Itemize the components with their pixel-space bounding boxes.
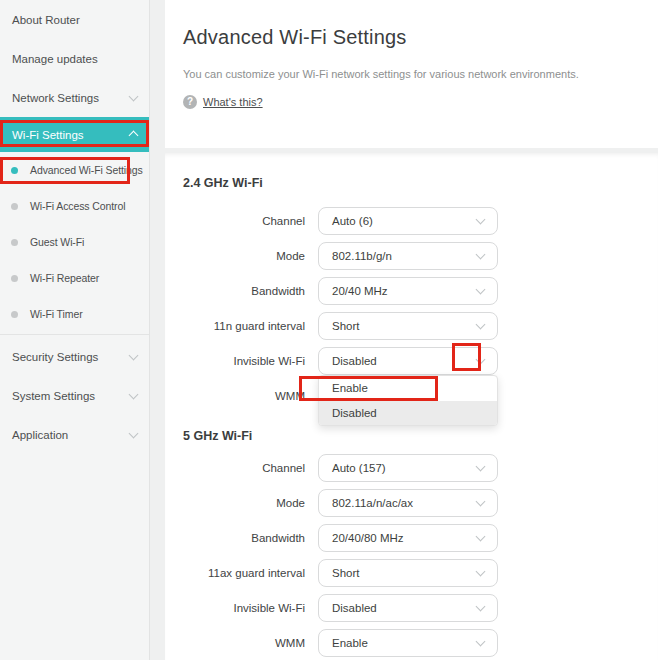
page-title: Advanced Wi-Fi Settings — [183, 26, 658, 49]
sidebar-item-wi-fi-repeater[interactable]: Wi-Fi Repeater — [0, 260, 149, 296]
sidebar-item-wi-fi-timer[interactable]: Wi-Fi Timer — [0, 296, 149, 332]
field-label: Bandwidth — [183, 277, 305, 305]
select-value: Short — [332, 313, 360, 339]
chevron-down-icon — [476, 285, 485, 294]
form-row: Bandwidth 20/40/80 MHz — [183, 524, 658, 559]
chevron-down-icon — [476, 637, 485, 646]
sidebar-item-security-settings[interactable]: Security Settings — [0, 337, 149, 376]
bullet-icon — [11, 239, 18, 246]
select-mode[interactable]: 802.11a/n/ac/ax — [318, 489, 498, 517]
chevron-down-icon — [129, 390, 138, 399]
chevron-down-icon — [476, 355, 485, 364]
page-description: You can customize your Wi-Fi network set… — [183, 68, 658, 80]
form-row: Invisible Wi-Fi Disabled — [183, 594, 658, 629]
chevron-down-icon — [476, 497, 485, 506]
select-11n-guard-interval[interactable]: Short — [318, 312, 498, 340]
sidebar-divider — [0, 334, 149, 335]
form-row: Mode 802.11b/g/n — [183, 242, 658, 277]
bullet-icon — [11, 203, 18, 210]
chevron-down-icon — [129, 92, 138, 101]
sidebar: About Router Manage updates Network Sett… — [0, 0, 150, 660]
chevron-down-icon — [476, 320, 485, 329]
sidebar-item-label: System Settings — [12, 390, 95, 402]
form-row: 11n guard interval Short — [183, 312, 658, 347]
select-11ax-guard-interval[interactable]: Short — [318, 559, 498, 587]
select-value: Auto (6) — [332, 208, 373, 234]
select-value: 802.11a/n/ac/ax — [332, 490, 413, 516]
sidebar-item-wi-fi-access-control[interactable]: Wi-Fi Access Control — [0, 188, 149, 224]
select-mode[interactable]: 802.11b/g/n — [318, 242, 498, 270]
field-label: Invisible Wi-Fi — [183, 594, 305, 622]
sidebar-item-label: Security Settings — [12, 351, 98, 363]
help-link-label: What's this? — [203, 96, 263, 108]
select-value: Short — [332, 560, 360, 586]
form-row: Channel Auto (157) — [183, 454, 658, 489]
form-row: Invisible Wi-Fi Disabled EnableDisabled — [183, 347, 658, 382]
sidebar-item-network-settings[interactable]: Network Settings — [0, 78, 149, 117]
sidebar-item-label: About Router — [12, 14, 80, 26]
chevron-down-icon — [476, 602, 485, 611]
section-rows: Channel Auto (6) Mode 802.11b/g/n Bandwi… — [183, 207, 658, 417]
help-link[interactable]: ? What's this? — [183, 95, 263, 109]
dropdown-option-enable[interactable]: Enable — [319, 376, 497, 401]
sidebar-item-label: Wi-Fi Timer — [30, 308, 83, 320]
section-title: 2.4 GHz Wi-Fi — [183, 175, 658, 191]
form-row: Bandwidth 20/40 MHz — [183, 277, 658, 312]
dropdown-option-disabled[interactable]: Disabled — [319, 401, 497, 425]
select-channel[interactable]: Auto (6) — [318, 207, 498, 235]
sidebar-item-system-settings[interactable]: System Settings — [0, 376, 149, 415]
form-row: 11ax guard interval Short — [183, 559, 658, 594]
select-value: 20/40/80 MHz — [332, 525, 404, 551]
chevron-down-icon — [476, 462, 485, 471]
sidebar-item-guest-wi-fi[interactable]: Guest Wi-Fi — [0, 224, 149, 260]
select-value: Auto (157) — [332, 455, 386, 481]
sidebar-item-label: Manage updates — [12, 53, 98, 65]
field-label: Channel — [183, 454, 305, 482]
form-row: Channel Auto (6) — [183, 207, 658, 242]
select-value: 802.11b/g/n — [332, 243, 392, 269]
field-label: 11n guard interval — [183, 312, 305, 340]
field-label: Mode — [183, 489, 305, 517]
select-channel[interactable]: Auto (157) — [318, 454, 498, 482]
chevron-down-icon — [476, 250, 485, 259]
page-header: Advanced Wi-Fi Settings You can customiz… — [165, 0, 658, 148]
select-invisible-wi-fi[interactable]: Disabled — [318, 594, 498, 622]
form-row: WMM Enable — [183, 629, 658, 660]
select-bandwidth[interactable]: 20/40 MHz — [318, 277, 498, 305]
select-value: Disabled — [332, 348, 377, 374]
section-2-4-ghz-wi-fi: 2.4 GHz Wi-Fi Channel Auto (6) Mode 802.… — [183, 153, 658, 417]
field-label: Invisible Wi-Fi — [183, 347, 305, 375]
sidebar-item-label: Advanced Wi-Fi Settings — [30, 164, 143, 176]
sidebar-item-wi-fi-settings[interactable]: Wi-Fi Settings — [0, 117, 149, 152]
field-label: Mode — [183, 242, 305, 270]
settings-panel: 2.4 GHz Wi-Fi Channel Auto (6) Mode 802.… — [165, 153, 658, 660]
select-wmm[interactable]: Enable — [318, 629, 498, 657]
page: About Router Manage updates Network Sett… — [0, 0, 658, 660]
chevron-down-icon — [476, 215, 485, 224]
field-label: WMM — [183, 629, 305, 657]
section-5-ghz-wi-fi: 5 GHz Wi-Fi Channel Auto (157) Mode 802.… — [183, 428, 658, 660]
question-icon: ? — [183, 95, 197, 109]
sidebar-item-label: Application — [12, 429, 68, 441]
select-invisible-wi-fi[interactable]: Disabled — [318, 347, 498, 375]
select-value: Enable — [332, 630, 368, 656]
field-label: 11ax guard interval — [183, 559, 305, 587]
sidebar-item-application[interactable]: Application — [0, 415, 149, 454]
form-row: Mode 802.11a/n/ac/ax — [183, 489, 658, 524]
select-bandwidth[interactable]: 20/40/80 MHz — [318, 524, 498, 552]
sidebar-item-about-router[interactable]: About Router — [0, 0, 149, 39]
bullet-icon — [11, 167, 18, 174]
field-label: Bandwidth — [183, 524, 305, 552]
sidebar-item-label: Network Settings — [12, 92, 99, 104]
sidebar-item-label: Wi-Fi Repeater — [30, 272, 99, 284]
select-value: 20/40 MHz — [332, 278, 388, 304]
sidebar-item-advanced-wi-fi-settings[interactable]: Advanced Wi-Fi Settings — [0, 152, 149, 188]
dropdown-panel: EnableDisabled — [318, 375, 498, 426]
sidebar-item-label: Wi-Fi Settings — [12, 129, 84, 141]
chevron-down-icon — [476, 532, 485, 541]
sidebar-item-manage-updates[interactable]: Manage updates — [0, 39, 149, 78]
select-value: Disabled — [332, 595, 377, 621]
chevron-down-icon — [129, 351, 138, 360]
field-label: Channel — [183, 207, 305, 235]
chevron-down-icon — [129, 429, 138, 438]
